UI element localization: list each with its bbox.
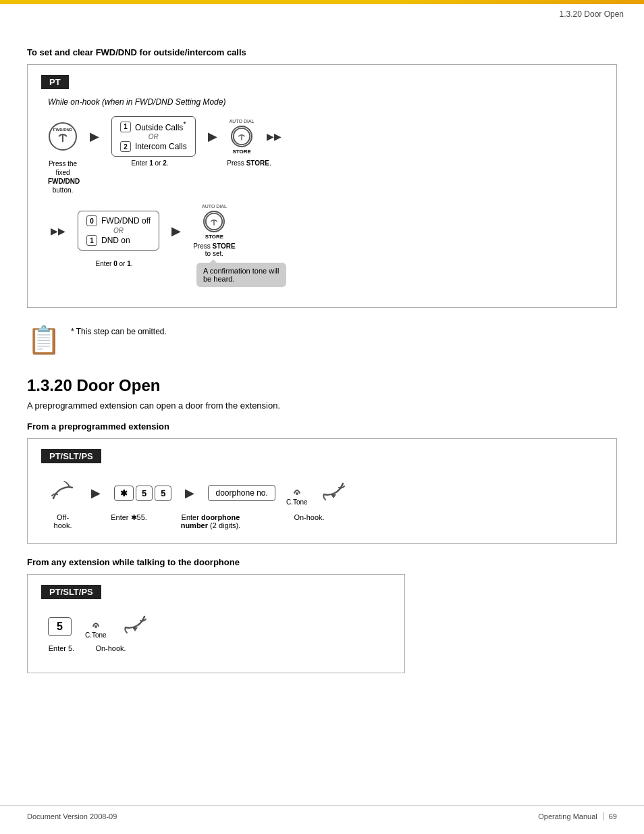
footer-right: Operating Manual 69	[538, 812, 617, 820]
header-section-title: 1.3.20 Door Open	[560, 9, 624, 19]
ctone-label-2: C.Tone	[85, 631, 107, 639]
enter-star55-label: Enter ✱55.	[109, 513, 149, 522]
store-icon-1	[231, 126, 252, 147]
arrow-3: ▶	[171, 224, 181, 238]
step3-label: Press STORE.	[222, 159, 276, 167]
key-5a: 5	[136, 486, 153, 501]
press-store-label: Press STOREto set.	[193, 242, 236, 257]
page-header: 1.3.20 Door Open	[560, 9, 624, 19]
step1-label: Press the fixed FWD/DND button.	[48, 159, 78, 194]
enter-label: Enter 0 or 1.	[74, 260, 155, 267]
page-footer: Document Version 2008-09 Operating Manua…	[0, 805, 644, 820]
key-5b: 5	[155, 486, 171, 501]
auto-dial-label-1: AUTO DIAL	[230, 119, 254, 124]
store-text-2: STORE	[205, 234, 223, 240]
fwd-dnd-choice-box: 0 FWD/DND off OR 1 DND on	[78, 211, 159, 251]
confirm-bubble: A confirmation tone willbe heard.	[196, 263, 286, 287]
on-hook-label-2: On-hook.	[94, 644, 128, 652]
key-sequence: ✱ 5 5	[114, 486, 171, 501]
ctone-2: C.Tone	[85, 614, 107, 639]
footer-left: Document Version 2008-09	[27, 812, 117, 820]
calls-choice-box: 1 Outside Calls* OR 2 Intercom Calls	[111, 116, 196, 157]
enter-5-label: Enter 5.	[48, 644, 75, 652]
store-btn-1: AUTO DIAL STORE	[230, 119, 254, 155]
ctone-label-1: C.Tone	[286, 498, 308, 506]
intercom-calls-row: 2 Intercom Calls	[120, 141, 187, 152]
store-text-1: STORE	[232, 149, 250, 155]
pt-slt-ps-label-2: PT/SLT/PS	[41, 585, 101, 599]
section-desc: A preprogrammed extension can open a doo…	[27, 400, 617, 411]
off-hook-label: Off-hook.	[48, 513, 78, 529]
outside-calls-label: Outside Calls*	[135, 121, 186, 132]
sub-heading-talking: From any extension while talking to the …	[27, 557, 617, 567]
store-icon-2	[203, 211, 225, 232]
fwd-dnd-off-row: 0 FWD/DND off	[86, 215, 151, 226]
or-text-2: OR	[86, 227, 151, 234]
svg-point-7	[296, 492, 298, 495]
fwd-dnd-off-label: FWD/DND off	[101, 216, 151, 226]
note-bullet: * This step can be omitted.	[71, 327, 167, 336]
fwd-dnd-title: To set and clear FWD/DND for outside/int…	[27, 47, 617, 57]
dnd-on-row: 1 DND on	[86, 235, 151, 246]
italic-note: While on-hook (when in FWD/DND Setting M…	[48, 97, 603, 107]
outside-calls-row: 1 Outside Calls*	[120, 121, 187, 132]
note-section: 📋 * This step can be omitted.	[27, 321, 617, 356]
phone-off-hook	[48, 478, 78, 508]
num-2-circle: 2	[120, 141, 131, 152]
pt-slt-ps-label-1: PT/SLT/PS	[41, 449, 101, 463]
num-1-circle: 1	[120, 122, 131, 132]
or-text: OR	[120, 133, 187, 140]
svg-point-9	[95, 625, 97, 628]
on-hook-handset-1	[319, 481, 348, 506]
footer-right-label: Operating Manual	[538, 812, 597, 820]
talking-diagram: PT/SLT/PS 5 C.Tone	[27, 574, 405, 673]
num-1b-circle: 1	[86, 235, 97, 246]
note-text: * This step can be omitted.	[71, 321, 167, 336]
svg-marker-10	[132, 627, 138, 631]
doorphone-box: doorphone no.	[208, 485, 275, 501]
sub-heading-preprogrammed: From a preprogrammed extension	[27, 421, 617, 432]
auto-dial-label-2: AUTO DIAL	[202, 204, 227, 209]
double-arrow-2: ▶▶	[51, 226, 65, 236]
preprogrammed-diagram: PT/SLT/PS ▶ ✱ 5 5 ▶	[27, 438, 617, 544]
doorphone-label: doorphone no.	[215, 488, 267, 498]
key-5-talking: 5	[48, 617, 72, 636]
header-bar	[0, 0, 644, 4]
ctone-1: C.Tone	[286, 481, 308, 506]
svg-marker-8	[331, 494, 336, 498]
arrow-4: ▶	[91, 486, 101, 500]
doorphone-number-label: Enter doorphonenumber (2 digits).	[180, 513, 241, 529]
on-hook-label-1: On-hook.	[292, 513, 326, 521]
fwd-dnd-button-icon: FWD/DND	[48, 122, 78, 151]
arrow-1: ▶	[90, 129, 99, 144]
page-number: 69	[603, 812, 617, 820]
double-arrow-1: ▶▶	[267, 131, 281, 142]
num-0-circle: 0	[86, 215, 97, 226]
note-paper-icon: 📋	[27, 324, 61, 356]
intercom-calls-label: Intercom Calls	[135, 142, 187, 151]
star-key: ✱	[114, 486, 134, 501]
pt-label: PT	[41, 75, 69, 89]
store-btn-2: AUTO DIAL STORE Press STOREto set.	[193, 204, 236, 257]
on-hook-handset-2	[120, 614, 150, 639]
arrow-2: ▶	[208, 129, 217, 144]
dnd-on-label: DND on	[101, 236, 130, 245]
arrow-5: ▶	[185, 486, 194, 500]
fwd-dnd-button-col: FWD/DND	[48, 122, 78, 151]
svg-text:FWD/DND: FWD/DND	[53, 128, 73, 132]
step2-label: Enter 1 or 2.	[106, 159, 194, 167]
section-heading: 1.3.20 Door Open	[27, 376, 617, 395]
fwd-dnd-diagram: PT While on-hook (when in FWD/DND Settin…	[27, 64, 617, 308]
